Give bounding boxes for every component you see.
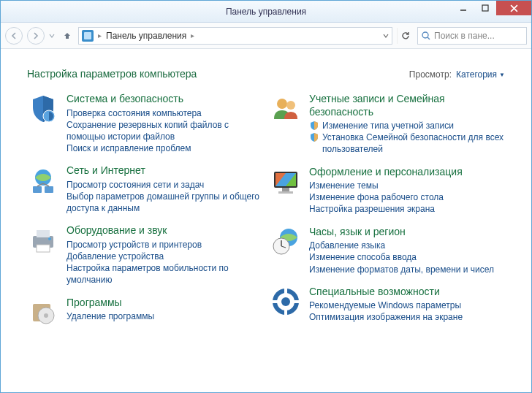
category-link[interactable]: Поиск и исправление проблем (66, 142, 262, 154)
category-link[interactable]: Рекомендуемые Windows параметры (309, 299, 505, 311)
svg-rect-8 (33, 186, 42, 193)
category-title[interactable]: Система и безопасность (66, 93, 262, 106)
category-link[interactable]: Оптимизация изображения на экране (309, 311, 505, 323)
category-clock-language: Часы, язык и регион Добавление языка Изм… (270, 226, 505, 275)
svg-rect-23 (282, 188, 289, 191)
history-dropdown[interactable] (49, 31, 56, 41)
titlebar: Панель управления (1, 1, 531, 23)
svg-rect-13 (37, 230, 50, 237)
svg-point-31 (281, 297, 290, 306)
search-placeholder: Поиск в пане... (434, 31, 495, 41)
category-network: Сеть и Интернет Просмотр состояния сети … (27, 164, 262, 214)
category-link[interactable]: Изменение форматов даты, времени и чисел (309, 264, 505, 275)
svg-rect-34 (273, 300, 280, 303)
navbar: ▸ Панель управления ▸ Поиск в пане... (1, 23, 531, 49)
window-controls (452, 1, 531, 15)
breadcrumb[interactable]: ▸ Панель управления ▸ (78, 27, 392, 45)
category-system-security: Система и безопасность Проверка состояни… (27, 93, 262, 154)
svg-rect-14 (37, 245, 50, 252)
users-icon (270, 93, 302, 125)
view-by: Просмотр: Категория ▼ (409, 69, 505, 80)
category-programs: Программы Удаление программы (27, 297, 262, 329)
breadcrumb-location[interactable]: Панель управления (106, 31, 186, 41)
svg-point-20 (286, 101, 295, 110)
category-link[interactable]: Настройка параметров мобильности по умол… (66, 262, 262, 286)
search-input[interactable]: Поиск в пане... (417, 27, 527, 45)
category-link[interactable]: Изменение фона рабочего стола (309, 191, 505, 203)
back-button[interactable] (5, 27, 23, 45)
window-title: Панель управления (226, 7, 306, 17)
forward-button[interactable] (27, 27, 45, 45)
chevron-right-icon[interactable]: ▸ (189, 31, 196, 39)
control-panel-icon (82, 30, 94, 42)
chevron-right-icon[interactable]: ▸ (96, 31, 103, 39)
svg-rect-9 (45, 186, 53, 193)
monitor-icon (270, 166, 302, 198)
minimize-button[interactable] (452, 1, 474, 15)
category-title[interactable]: Оформление и персонализация (309, 166, 505, 179)
category-link[interactable]: Удаление программы (66, 310, 262, 322)
shield-small-icon (309, 121, 319, 131)
svg-rect-33 (284, 308, 287, 315)
category-link[interactable]: Изменение способа ввода (309, 251, 505, 263)
category-link[interactable]: Добавление устройства (66, 251, 262, 262)
category-title[interactable]: Программы (66, 297, 262, 310)
accessibility-icon (270, 286, 302, 318)
search-icon (421, 31, 431, 41)
up-button[interactable] (61, 31, 74, 41)
shield-small-icon (309, 132, 319, 142)
category-link[interactable]: Настройка разрешения экрана (309, 203, 505, 215)
svg-rect-35 (292, 300, 299, 303)
programs-icon (27, 297, 59, 329)
left-column: Система и безопасность Проверка состояни… (27, 93, 262, 329)
category-hardware: Оборудование и звук Просмотр устройств и… (27, 224, 262, 286)
svg-line-5 (428, 37, 430, 39)
content: Настройка параметров компьютера Просмотр… (1, 49, 531, 392)
shield-icon (27, 93, 59, 125)
category-link[interactable]: Просмотр устройств и принтеров (66, 239, 262, 251)
category-link[interactable]: Сохранение резервных копий файлов с помо… (66, 119, 262, 142)
category-link[interactable]: Установка Семейной безопасности для всех… (322, 131, 505, 155)
view-by-label: Просмотр: (409, 69, 452, 80)
svg-point-19 (277, 99, 287, 109)
clock-globe-icon (270, 226, 302, 258)
category-link[interactable]: Проверка состояния компьютера (66, 107, 262, 119)
printer-icon (27, 224, 59, 256)
svg-point-4 (422, 32, 428, 38)
category-link[interactable]: Просмотр состояния сети и задач (66, 179, 262, 191)
close-button[interactable] (496, 1, 531, 15)
svg-point-15 (48, 237, 51, 240)
category-link[interactable]: Добавление языка (309, 240, 505, 251)
chevron-down-icon[interactable] (383, 33, 389, 39)
category-title[interactable]: Сеть и Интернет (66, 164, 262, 178)
category-link[interactable]: Изменение темы (309, 180, 505, 191)
globe-network-icon (27, 164, 59, 196)
category-link[interactable]: Выбор параметров домашней группы и общег… (66, 191, 262, 214)
category-link[interactable]: Изменение типа учетной записи (322, 120, 454, 131)
category-accessibility: Специальные возможности Рекомендуемые Wi… (270, 286, 505, 324)
right-column: Учетные записи и Семейная безопасность И… (270, 93, 505, 329)
view-by-dropdown[interactable]: Категория ▼ (456, 69, 505, 80)
category-title[interactable]: Учетные записи и Семейная безопасность (309, 93, 505, 118)
maximize-button[interactable] (474, 1, 496, 15)
category-title[interactable]: Специальные возможности (309, 286, 505, 299)
refresh-button[interactable] (397, 28, 413, 44)
page-title: Настройка параметров компьютера (27, 68, 197, 80)
chevron-down-icon: ▼ (499, 72, 505, 78)
svg-rect-32 (284, 289, 287, 296)
category-title[interactable]: Часы, язык и регион (309, 226, 505, 239)
category-appearance: Оформление и персонализация Изменение те… (270, 166, 505, 215)
svg-rect-24 (278, 191, 293, 194)
category-accounts: Учетные записи и Семейная безопасность И… (270, 93, 505, 156)
category-title[interactable]: Оборудование и звук (66, 224, 262, 237)
svg-rect-1 (482, 5, 488, 11)
svg-point-18 (44, 313, 48, 318)
